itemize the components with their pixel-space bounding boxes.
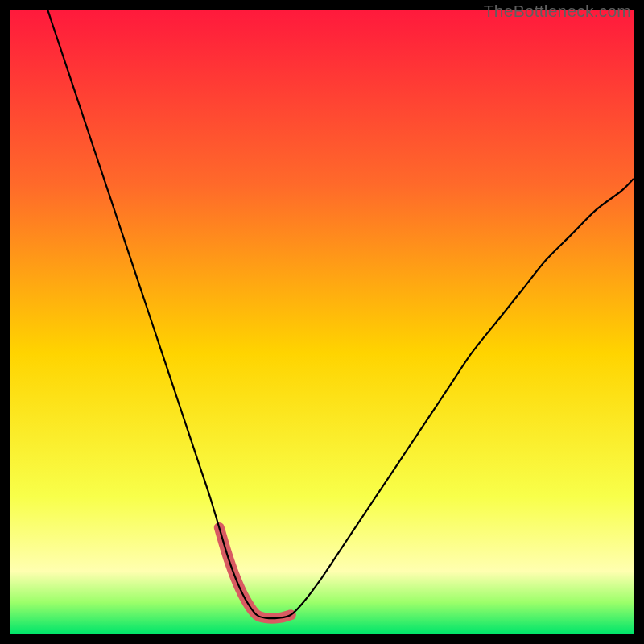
watermark-text: TheBottleneck.com [484, 2, 631, 21]
gradient-background [10, 10, 634, 634]
chart-frame [10, 10, 634, 634]
bottleneck-chart [10, 10, 634, 634]
